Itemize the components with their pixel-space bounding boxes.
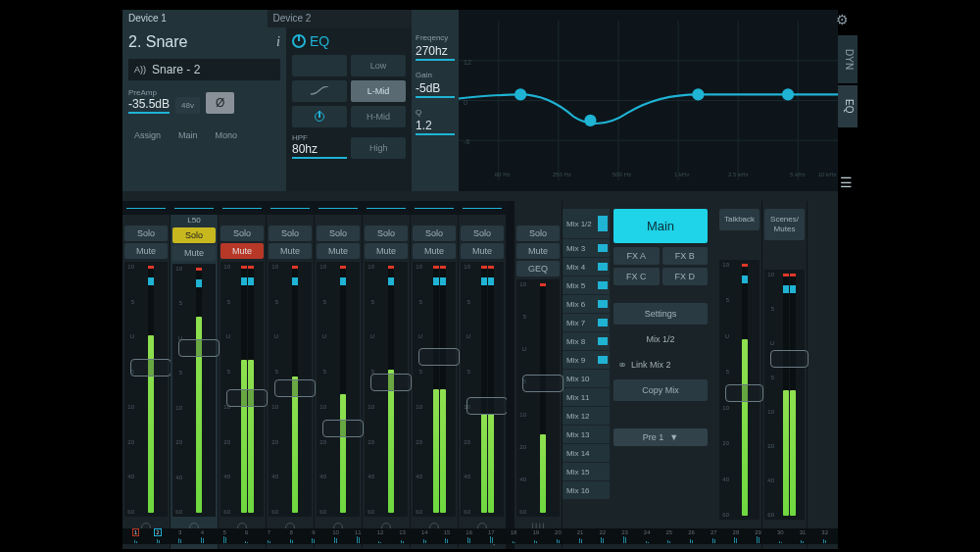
band-power-icon[interactable]	[292, 106, 347, 127]
eq-band-high[interactable]: High	[351, 137, 406, 159]
overview-ch-24[interactable]: 24	[636, 528, 659, 544]
mute-button[interactable]: Mute	[220, 243, 264, 259]
overview-ch-15[interactable]: 15	[436, 528, 459, 544]
settings-button[interactable]: Settings	[613, 303, 708, 325]
fader-cap[interactable]	[466, 397, 508, 415]
mute-button[interactable]: Mute	[269, 243, 312, 259]
mix-select-9[interactable]: Mix 10	[563, 370, 610, 387]
mute-button[interactable]: Mute	[124, 243, 168, 259]
side-tab-dyn[interactable]: DYN	[838, 35, 858, 83]
pan-value[interactable]: L50	[171, 215, 218, 226]
mix-select-4[interactable]: Mix 5	[563, 276, 610, 294]
talkback-button[interactable]: Talkback	[719, 209, 760, 230]
fader-cap[interactable]	[226, 389, 268, 407]
polarity-button[interactable]: Ø	[206, 92, 234, 114]
overview-ch-11[interactable]: 11	[347, 528, 369, 544]
device-tab-1[interactable]: Device 2	[268, 10, 413, 27]
overview-ch-13[interactable]: 13	[391, 528, 414, 544]
pan-value[interactable]	[363, 215, 410, 225]
solo-button[interactable]: Solo	[516, 226, 560, 241]
pan-value[interactable]	[315, 215, 362, 225]
pre-post-button[interactable]: Pre 1▼	[613, 428, 708, 446]
overview-ch-5[interactable]: 5	[214, 528, 236, 544]
fader-cap[interactable]	[770, 350, 808, 368]
eq-thumbnail[interactable]	[219, 201, 266, 215]
mix-select-7[interactable]: Mix 8	[563, 332, 610, 350]
hpf-shape-icon[interactable]	[292, 80, 347, 102]
overview-ch-12[interactable]: 12	[369, 528, 392, 544]
eq-band-l-mid[interactable]: L-Mid	[351, 80, 406, 102]
solo-button[interactable]: Solo	[269, 226, 312, 241]
fader-cap[interactable]	[274, 379, 316, 397]
preamp-value[interactable]: -35.5dB	[128, 97, 170, 114]
overview-ch-30[interactable]: 30	[769, 528, 792, 544]
overview-ch-2[interactable]: 2	[147, 528, 170, 544]
overview-ch-3[interactable]: 3	[169, 528, 191, 544]
fx-button-1[interactable]: FX B	[662, 247, 709, 265]
mix-select-1[interactable]: Mix 1/2	[563, 209, 610, 238]
solo-button[interactable]: Solo	[220, 226, 264, 241]
assign-main-button[interactable]: Main	[172, 127, 204, 143]
eq-band-low[interactable]: Low	[351, 55, 406, 76]
eq-graph[interactable]: 12 0 -6 60 Hz 250 Hz 500 Hz 1 kHz 2.5 kH…	[459, 10, 838, 191]
list-view-icon[interactable]: ☰	[840, 175, 853, 190]
mix-select-6[interactable]: Mix 7	[563, 314, 610, 331]
overview-ch-16[interactable]: 16	[458, 528, 480, 544]
overview-ch-9[interactable]: 9	[303, 528, 325, 544]
solo-button[interactable]: Solo	[461, 226, 504, 241]
mix-select-11[interactable]: Mix 12	[563, 407, 610, 425]
mute-button[interactable]: Mute	[413, 243, 456, 259]
geq-button[interactable]: GEQ	[516, 261, 560, 276]
mix-select-13[interactable]: Mix 14	[563, 444, 610, 462]
link-mix-button[interactable]: ⚭Link Mix 2	[613, 354, 708, 376]
assign-button[interactable]: Assign	[128, 127, 167, 143]
phantom-button[interactable]: 48v	[175, 97, 200, 114]
freq-value[interactable]: 270hz	[416, 44, 455, 61]
info-button[interactable]: i	[276, 34, 280, 50]
overview-ch-7[interactable]: 7	[258, 528, 280, 544]
solo-button[interactable]: Solo	[365, 226, 408, 241]
pan-value[interactable]	[122, 215, 170, 225]
mute-button[interactable]: Mute	[317, 243, 360, 259]
overview-ch-17[interactable]: 17	[480, 528, 503, 544]
eq-thumbnail[interactable]	[122, 201, 170, 215]
main-mix-button[interactable]: Main	[613, 209, 708, 243]
eq-band-h-mid[interactable]: H-Mid	[351, 106, 406, 127]
q-value[interactable]: 1.2	[416, 119, 455, 135]
pan-value[interactable]	[219, 215, 266, 225]
overview-ch-10[interactable]: 10	[324, 528, 347, 544]
overview-ch-1[interactable]: 1	[124, 528, 147, 544]
solo-button[interactable]: Solo	[413, 226, 456, 241]
overview-ch-25[interactable]: 25	[659, 528, 681, 544]
overview-ch-31[interactable]: 31	[792, 528, 814, 544]
overview-ch-23[interactable]: 23	[613, 528, 636, 544]
fx-button-3[interactable]: FX D	[662, 268, 709, 285]
overview-ch-22[interactable]: 22	[591, 528, 613, 544]
hpf-value[interactable]: 80hz	[292, 142, 347, 159]
solo-button[interactable]: Solo	[124, 226, 168, 241]
fx-button-2[interactable]: FX C	[613, 268, 660, 285]
overview-ch-20[interactable]: 20	[547, 528, 569, 544]
pan-value[interactable]	[411, 215, 458, 225]
mix-select-5[interactable]: Mix 6	[563, 295, 610, 313]
scenes-mutes-button[interactable]: Scenes/Mutes	[764, 209, 805, 240]
eq-power-button[interactable]	[292, 34, 306, 48]
scribble-strip[interactable]: A)) Snare - 2	[128, 59, 280, 80]
mute-button[interactable]: Mute	[516, 243, 560, 259]
overview-ch-32[interactable]: 32	[813, 528, 836, 544]
mute-button[interactable]: Mute	[365, 243, 408, 259]
overview-ch-18[interactable]: 18	[503, 528, 525, 544]
settings-gear-icon[interactable]: ⚙	[836, 12, 849, 27]
eq-thumbnail[interactable]	[411, 201, 458, 215]
overview-ch-28[interactable]: 28	[725, 528, 748, 544]
mix-select-15[interactable]: Mix 16	[563, 481, 610, 499]
device-tab-0[interactable]: Device 1	[122, 10, 268, 27]
solo-button[interactable]: Solo	[172, 227, 216, 243]
overview-ch-29[interactable]: 29	[747, 528, 769, 544]
mix-select-10[interactable]: Mix 11	[563, 388, 610, 406]
overview-ch-21[interactable]: 21	[569, 528, 592, 544]
mix-select-12[interactable]: Mix 13	[563, 426, 610, 443]
fader-cap[interactable]	[322, 420, 364, 437]
eq-thumbnail[interactable]	[315, 201, 362, 215]
mix-select-14[interactable]: Mix 15	[563, 463, 610, 480]
